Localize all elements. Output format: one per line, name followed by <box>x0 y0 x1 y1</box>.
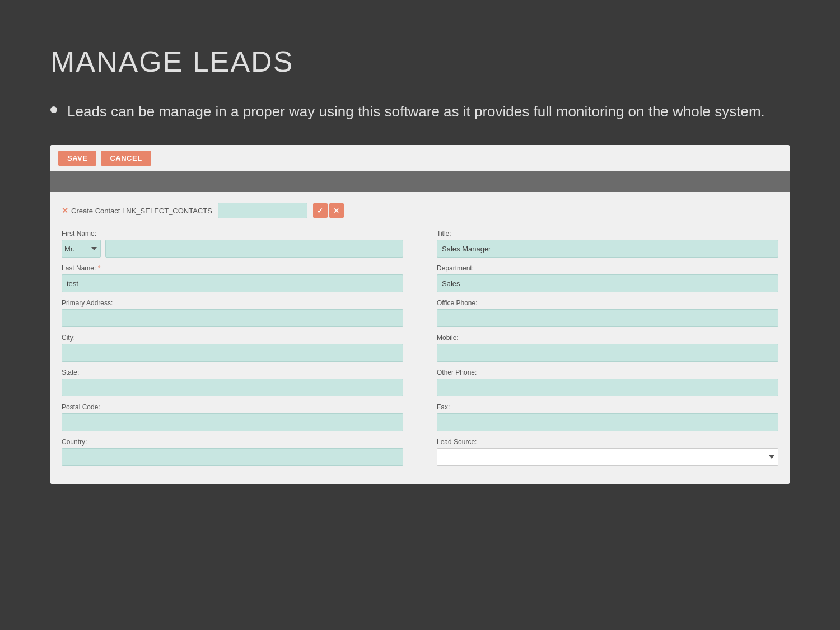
department-group: Department: <box>437 264 778 292</box>
salutation-select[interactable]: Mr. Ms. Mrs. Dr. Prof. <box>62 240 101 258</box>
other-phone-group: Other Phone: <box>437 368 778 396</box>
fax-group: Fax: <box>437 403 778 431</box>
mobile-input[interactable] <box>437 344 778 362</box>
lead-source-select[interactable]: Cold Call Existing Customer Self Generat… <box>437 448 778 466</box>
postal-code-group: Postal Code: <box>62 403 403 431</box>
title-input[interactable] <box>437 240 778 258</box>
country-input[interactable] <box>62 448 403 466</box>
state-label: State: <box>62 368 403 376</box>
first-name-group: First Name: Mr. Ms. Mrs. Dr. Prof. <box>62 230 403 258</box>
save-button[interactable]: SAVE <box>58 151 96 166</box>
office-phone-group: Office Phone: <box>437 299 778 327</box>
department-input[interactable] <box>437 274 778 292</box>
last-name-input[interactable] <box>62 274 403 292</box>
contact-input[interactable] <box>218 203 307 218</box>
mobile-group: Mobile: <box>437 334 778 362</box>
country-group: Country: <box>62 438 403 466</box>
form-body: ✕ Create Contact LNK_SELECT_CONTACTS ✓ ✕… <box>50 192 790 484</box>
lead-source-label: Lead Source: <box>437 438 778 446</box>
fax-input[interactable] <box>437 413 778 431</box>
city-label: City: <box>62 334 403 342</box>
right-form-section: Title: Department: Office Phone: <box>437 230 778 473</box>
office-phone-label: Office Phone: <box>437 299 778 307</box>
bullet-section: Leads can be manage in a proper way usin… <box>50 101 790 123</box>
fax-label: Fax: <box>437 403 778 411</box>
first-name-input[interactable] <box>105 240 403 258</box>
lead-source-group: Lead Source: Cold Call Existing Customer… <box>437 438 778 466</box>
contact-label: ✕ Create Contact LNK_SELECT_CONTACTS <box>62 206 212 215</box>
state-group: State: <box>62 368 403 396</box>
country-label: Country: <box>62 438 403 446</box>
other-phone-input[interactable] <box>437 379 778 396</box>
postal-code-label: Postal Code: <box>62 403 403 411</box>
left-form-section: First Name: Mr. Ms. Mrs. Dr. Prof. <box>62 230 403 473</box>
contact-clear-button[interactable]: ✕ <box>329 203 344 218</box>
last-name-label: Last Name: <box>62 264 403 272</box>
last-name-group: Last Name: <box>62 264 403 292</box>
first-name-label: First Name: <box>62 230 403 237</box>
primary-address-label: Primary Address: <box>62 299 403 307</box>
form-grid: First Name: Mr. Ms. Mrs. Dr. Prof. <box>62 230 778 473</box>
form-toolbar: SAVE CANCEL <box>50 145 790 171</box>
primary-address-group: Primary Address: <box>62 299 403 327</box>
contact-btn-group: ✓ ✕ <box>313 203 344 218</box>
other-phone-label: Other Phone: <box>437 368 778 376</box>
contact-confirm-button[interactable]: ✓ <box>313 203 328 218</box>
bullet-dot <box>50 106 57 113</box>
bullet-item: Leads can be manage in a proper way usin… <box>50 101 790 123</box>
form-header-bar <box>50 171 790 192</box>
contact-selector-row: ✕ Create Contact LNK_SELECT_CONTACTS ✓ ✕ <box>62 203 778 218</box>
contact-label-text: Create Contact LNK_SELECT_CONTACTS <box>71 207 212 215</box>
title-group: Title: <box>437 230 778 258</box>
office-phone-input[interactable] <box>437 309 778 327</box>
x-icon: ✕ <box>62 206 68 215</box>
form-container: SAVE CANCEL ✕ Create Contact LNK_SELECT_… <box>50 145 790 484</box>
state-input[interactable] <box>62 379 403 396</box>
first-name-row: Mr. Ms. Mrs. Dr. Prof. <box>62 240 403 258</box>
city-group: City: <box>62 334 403 362</box>
mobile-label: Mobile: <box>437 334 778 342</box>
primary-address-input[interactable] <box>62 309 403 327</box>
city-input[interactable] <box>62 344 403 362</box>
postal-code-input[interactable] <box>62 413 403 431</box>
title-label: Title: <box>437 230 778 237</box>
department-label: Department: <box>437 264 778 272</box>
cancel-button[interactable]: CANCEL <box>101 151 151 166</box>
bullet-text: Leads can be manage in a proper way usin… <box>67 101 765 123</box>
page-title: MANAGE LEADS <box>50 45 790 78</box>
